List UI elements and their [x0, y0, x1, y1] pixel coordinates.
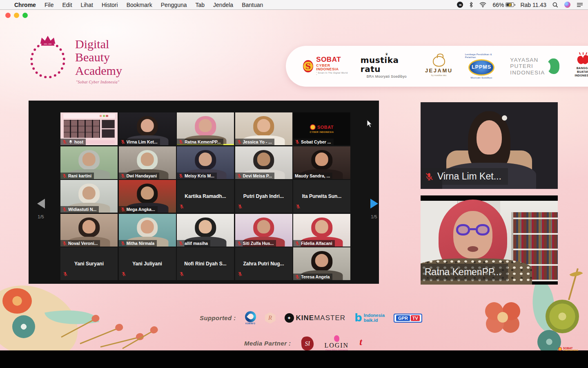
mic-off-indicator — [179, 271, 184, 278]
participant-name-label: Siti Zulfa Hus... — [235, 240, 276, 247]
sobat-logo-icon: S — [303, 60, 313, 72]
participant-name-label: Noval Veroni... — [60, 240, 100, 247]
participant-tile[interactable]: Rani kartini — [60, 146, 118, 179]
mic-off-icon — [62, 207, 67, 212]
battery-charging-icon: ⚡ — [506, 2, 514, 7]
menu-bookmark[interactable]: Bookmark — [127, 2, 152, 8]
page-indicator-right: 1/5 — [366, 214, 382, 219]
webinar-page: Digital Beauty Academy "Sobat Cyber Indo… — [0, 10, 588, 350]
gallery-next-button[interactable]: 1/5 — [366, 199, 382, 219]
participant-tile[interactable]: Yani Juliyani — [119, 247, 176, 280]
participant-tile[interactable]: Nofi Rini Dyah S... — [177, 247, 234, 280]
mic-off-icon — [120, 139, 125, 144]
spotlight-search-icon[interactable] — [552, 2, 558, 8]
mic-off-icon — [425, 172, 434, 181]
menu-histori[interactable]: Histori — [102, 2, 118, 8]
mic-off-icon — [62, 139, 67, 144]
participant-tile[interactable]: Virna Lim Ket... — [119, 112, 176, 145]
jejamu-logo-icon — [433, 56, 445, 67]
participant-name-label: Jessica Yo - ... — [235, 139, 274, 145]
participant-tile[interactable]: Siti Zulfa Hus... — [235, 214, 292, 247]
supported-label: Supported : — [200, 314, 236, 321]
participant-tile[interactable]: Mitha Nirmala — [119, 214, 176, 247]
si-logo: SI — [301, 336, 314, 350]
sponsor-bangga-buatan-indonesia: BANGGA BUATANINDONESIA — [572, 55, 588, 77]
participant-name-label: Widiastuti N... — [60, 206, 99, 213]
participant-tile[interactable]: Yani Suryani — [60, 247, 118, 280]
close-window-button[interactable] — [5, 13, 11, 18]
participant-tile[interactable]: Zahra Putri Nug... — [235, 247, 292, 280]
mic-off-icon — [62, 241, 67, 246]
participant-tile[interactable]: Jessica Yo - ... — [235, 112, 292, 145]
participant-name-label: Dwi Handayani — [119, 173, 160, 179]
login-logo: LOGIN Gaya Hidup Indonesia — [324, 335, 349, 350]
brand-tagline: "Sobat Cyber Indonesia" — [76, 80, 120, 84]
menu-bantuan[interactable]: Bantuan — [242, 2, 263, 8]
participant-tile[interactable]: Mega Angka... — [119, 180, 176, 213]
mic-off-indicator — [296, 203, 301, 211]
menu-clock[interactable]: Rab 11.43 — [520, 2, 546, 8]
participant-name-label: Virna Lim Ket... — [421, 168, 508, 185]
battery-percent: 66% — [492, 2, 504, 8]
mic-off-icon — [238, 272, 243, 276]
minimize-window-button[interactable] — [14, 13, 19, 18]
participant-tile[interactable]: Noval Veroni... — [60, 214, 118, 247]
notification-center-icon[interactable] — [577, 2, 583, 7]
mic-off-icon — [121, 272, 126, 276]
app-menu-chrome[interactable]: Chrome — [14, 2, 36, 8]
r-hexagon-logo: R — [265, 312, 276, 324]
participant-name-label: Maudy Sandra, ... — [293, 173, 332, 179]
fullscreen-window-button[interactable] — [22, 13, 28, 18]
participant-tile[interactable]: Teresa Angela — [293, 247, 350, 280]
participant-tile[interactable]: Ita Purwita Sun... — [293, 180, 350, 213]
mic-off-icon — [120, 173, 125, 178]
participant-tile[interactable]: Fidelia Alfacani — [293, 214, 350, 247]
crown-icon — [38, 34, 57, 47]
participant-tile[interactable]: Dwi Handayani — [119, 146, 176, 179]
laurel-wreath-icon — [30, 42, 65, 79]
menu-tab[interactable]: Tab — [196, 2, 205, 8]
bluetooth-icon[interactable] — [469, 2, 473, 8]
participant-tile[interactable]: Widiastuti N... — [60, 180, 118, 213]
participant-tile[interactable]: host — [60, 112, 118, 145]
spotlight-tile-ratna[interactable]: Ratna KemenPP... — [421, 195, 558, 285]
participant-tile[interactable]: Devi Meisa P... — [235, 146, 292, 179]
participant-tile[interactable]: Putri Dyah Indri... — [235, 180, 292, 213]
mic-off-icon — [296, 204, 301, 209]
menu-pengguna[interactable]: Pengguna — [161, 2, 187, 8]
login-silhouette-icon — [334, 335, 339, 342]
participant-tile[interactable]: allif masiha — [177, 214, 234, 247]
mic-off-icon — [295, 241, 300, 246]
participant-tile[interactable]: SOBAT CYBER INDONESIASobat Cyber ... — [293, 112, 350, 145]
spotlight-tile-virna[interactable]: Virna Lim Ket... — [421, 102, 558, 189]
menu-jendela[interactable]: Jendela — [213, 2, 233, 8]
participant-name-label: Devi Meisa P... — [235, 173, 275, 179]
participant-tile[interactable]: Meisy Kris M... — [177, 146, 234, 179]
menu-edit[interactable]: Edit — [62, 2, 72, 8]
indonesiabaik-logo: b Indonesia baik.id — [354, 313, 385, 323]
wifi-icon[interactable] — [479, 2, 486, 7]
kinemaster-logo: ✦ KINEMASTER — [285, 313, 345, 323]
menu-lihat[interactable]: Lihat — [81, 2, 93, 8]
mic-off-indicator — [238, 271, 243, 278]
puteri-silhouette-icon — [547, 58, 559, 74]
media-partner-label: Media Partner : — [244, 340, 291, 347]
flower-decoration-left — [0, 297, 127, 350]
siri-icon[interactable] — [564, 2, 570, 8]
mic-off-icon — [62, 173, 67, 178]
creative-cloud-icon[interactable]: ∞ — [457, 2, 463, 8]
sponsor-yayasan-puteri-indonesia: YAYASAN PUTERI INDONESIA — [510, 57, 559, 75]
participant-name-label: Teresa Angela — [293, 274, 332, 280]
participant-tile[interactable]: Kartika Ramadh... — [177, 180, 234, 213]
kominfo-logo: KOMINFO — [245, 311, 256, 325]
mic-off-indicator — [179, 203, 184, 211]
battery-indicator[interactable]: 66% ⚡ — [492, 2, 514, 8]
sponsor-sobat-cyber-indonesia: S SOBAT CYBER INDONESIA " Smart In The D… — [303, 56, 348, 76]
sobat-watermark: SOBAT CYBER INDONESIA — [558, 347, 578, 351]
gpr-tv-logo: GPR TV — [394, 314, 422, 323]
lppms-globe-icon: LPPMS — [468, 59, 494, 76]
gallery-prev-button[interactable]: 1/5 — [33, 199, 49, 219]
participant-tile[interactable]: Ratna KemenPP... — [177, 112, 234, 145]
menu-file[interactable]: File — [45, 2, 54, 8]
participant-tile[interactable]: Maudy Sandra, ... — [293, 146, 350, 179]
